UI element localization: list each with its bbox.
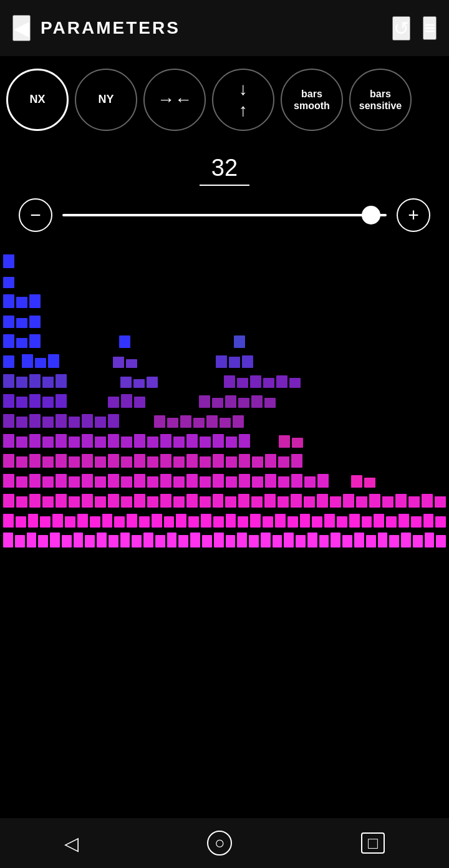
slider-thumb[interactable]	[362, 206, 380, 224]
back-button[interactable]: ◀	[12, 15, 31, 41]
viz-row-10	[3, 430, 446, 448]
v-arrows-icon: ↓↑	[239, 79, 248, 120]
mode-button-h-arrows[interactable]: →←	[143, 69, 206, 131]
mode-buttons-row: NX NY →← ↓↑ barssmooth barssensitive	[0, 56, 449, 143]
page-title: PARAMETERS	[41, 18, 180, 38]
nav-back-button[interactable]: ◁	[64, 832, 79, 854]
viz-row-1	[3, 251, 446, 268]
viz-row-7	[3, 370, 446, 388]
viz-row-12	[3, 470, 446, 488]
bar	[29, 316, 41, 328]
bars-smooth-label: barssmooth	[294, 88, 330, 112]
nav-back-icon: ◁	[64, 833, 79, 854]
mode-button-nx[interactable]: NX	[6, 69, 69, 131]
mode-button-v-arrows[interactable]: ↓↑	[212, 69, 274, 131]
viz-row-3	[3, 291, 446, 308]
mode-label-ny: NY	[98, 93, 113, 107]
bar	[119, 335, 130, 348]
refresh-icon: ↺	[393, 18, 409, 39]
refresh-button[interactable]: ↺	[392, 16, 410, 41]
slider-row: − +	[0, 186, 449, 244]
plus-icon: +	[408, 205, 419, 226]
bar	[3, 254, 14, 268]
nav-recents-button[interactable]: □	[361, 832, 385, 854]
viz-row-15	[3, 530, 446, 547]
viz-row-5	[3, 330, 446, 348]
mode-label-nx: NX	[29, 93, 45, 107]
mode-button-bars-sensitive[interactable]: barssensitive	[349, 69, 412, 131]
back-icon: ◀	[14, 17, 29, 39]
nav-home-icon: ○	[215, 833, 225, 853]
nav-recents-icon: □	[368, 834, 378, 853]
visualization-area	[0, 244, 449, 743]
minus-icon: −	[30, 205, 41, 226]
bar	[29, 294, 41, 308]
viz-row-14	[3, 510, 446, 528]
viz-row-13	[3, 490, 446, 508]
value-display: 32	[200, 148, 249, 186]
nav-bar: ◁ ○ □	[0, 818, 449, 868]
bar	[3, 277, 14, 288]
decrement-button[interactable]: −	[19, 198, 52, 232]
header: ◀ PARAMETERS ↺ ≡	[0, 0, 449, 56]
bar	[16, 338, 27, 348]
bar	[16, 297, 27, 308]
bar	[16, 318, 27, 328]
h-arrows-icon: →←	[157, 89, 192, 110]
header-left: ◀ PARAMETERS	[12, 15, 180, 41]
bar	[29, 334, 41, 348]
mode-button-ny[interactable]: NY	[75, 69, 137, 131]
nav-home-button[interactable]: ○	[207, 831, 232, 856]
bar	[3, 294, 14, 308]
viz-row-11	[3, 450, 446, 468]
increment-button[interactable]: +	[397, 198, 430, 232]
bars-sensitive-label: barssensitive	[359, 88, 402, 112]
menu-button[interactable]: ≡	[423, 16, 437, 40]
viz-row-8	[3, 390, 446, 408]
viz-row-4	[3, 311, 446, 328]
bar	[3, 316, 14, 328]
slider-track[interactable]	[62, 214, 387, 216]
bar	[3, 334, 14, 348]
menu-icon: ≡	[424, 17, 435, 38]
bar	[234, 335, 245, 348]
viz-row-2	[3, 271, 446, 288]
header-right: ↺ ≡	[392, 16, 437, 41]
viz-row-6	[3, 350, 446, 368]
viz-row-9	[3, 410, 446, 428]
mode-button-bars-smooth[interactable]: barssmooth	[281, 69, 343, 131]
